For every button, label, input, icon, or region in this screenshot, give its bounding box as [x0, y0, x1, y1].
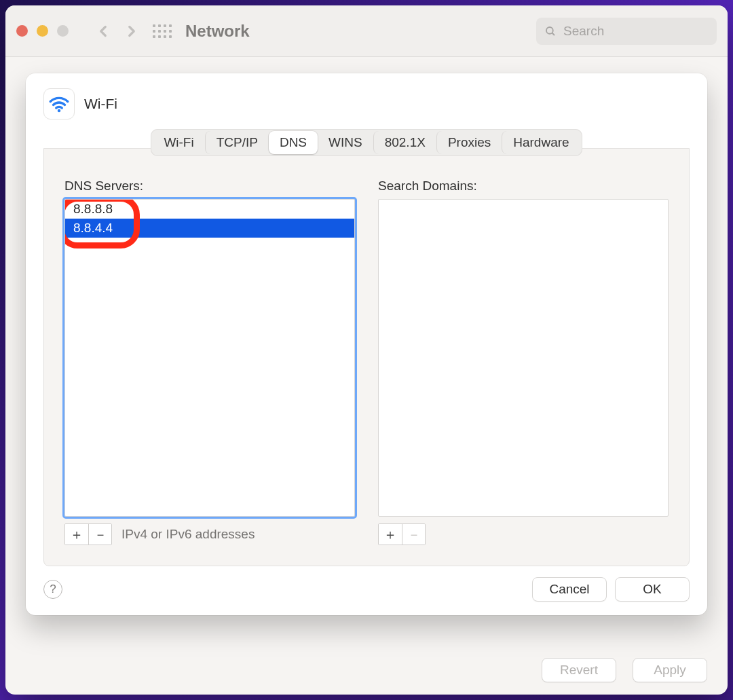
dns-add-button[interactable]: ＋	[65, 524, 88, 545]
dns-servers-label: DNS Servers:	[64, 179, 355, 194]
tab-hardware[interactable]: Hardware	[502, 131, 580, 154]
forward-button[interactable]	[120, 20, 143, 43]
search-domains-pm: ＋ －	[378, 523, 426, 545]
sheet-title: Wi-Fi	[84, 96, 117, 112]
tab-dns[interactable]: DNS	[269, 131, 318, 154]
window-controls	[16, 25, 69, 37]
window-title: Network	[185, 22, 250, 41]
wifi-icon	[43, 88, 75, 119]
sheet-header: Wi-Fi	[26, 73, 707, 129]
dns-servers-column: DNS Servers: 8.8.8.88.8.4.4 ＋ － IPv4 or …	[64, 179, 355, 545]
search-domain-add-button[interactable]: ＋	[379, 524, 402, 545]
search-icon	[544, 25, 557, 37]
zoom-window-button[interactable]	[57, 25, 69, 37]
tab-wins[interactable]: WINS	[318, 131, 373, 154]
dns-servers-pm: ＋ －	[64, 523, 112, 545]
cancel-button[interactable]: Cancel	[532, 577, 607, 602]
close-window-button[interactable]	[16, 25, 28, 37]
minimize-window-button[interactable]	[37, 25, 48, 37]
tab-802-1x[interactable]: 802.1X	[373, 131, 436, 154]
help-button[interactable]: ?	[43, 580, 62, 599]
tab-wi-fi[interactable]: Wi-Fi	[153, 131, 204, 154]
dns-pane: DNS Servers: 8.8.8.88.8.4.4 ＋ － IPv4 or …	[43, 148, 690, 566]
search-domain-remove-button[interactable]: －	[402, 524, 425, 545]
dns-server-row[interactable]: 8.8.8.8	[65, 200, 354, 219]
search-domains-label: Search Domains:	[378, 179, 669, 194]
tab-proxies[interactable]: Proxies	[436, 131, 502, 154]
sheet-footer: ? Cancel OK	[26, 566, 707, 615]
apply-button[interactable]: Apply	[633, 658, 707, 682]
tab-tcp-ip[interactable]: TCP/IP	[205, 131, 269, 154]
tab-bar: Wi-FiTCP/IPDNSWINS802.1XProxiesHardware	[151, 129, 582, 156]
wifi-advanced-sheet: Wi-Fi Wi-FiTCP/IPDNSWINS802.1XProxiesHar…	[26, 73, 707, 615]
search-domains-list[interactable]	[378, 199, 669, 517]
svg-point-0	[546, 27, 553, 34]
revert-button[interactable]: Revert	[542, 658, 616, 682]
dns-hint: IPv4 or IPv6 addresses	[121, 527, 255, 542]
back-button[interactable]	[92, 20, 115, 43]
prefpane-footer: Revert Apply	[533, 658, 707, 682]
search-field[interactable]: Search	[536, 18, 717, 45]
ok-button[interactable]: OK	[615, 577, 690, 602]
dns-remove-button[interactable]: －	[88, 524, 111, 545]
show-all-button[interactable]	[153, 24, 172, 38]
search-domains-column: Search Domains: ＋ －	[378, 179, 669, 545]
dns-servers-list[interactable]: 8.8.8.88.8.4.4	[64, 199, 355, 517]
svg-point-2	[58, 109, 61, 113]
search-placeholder: Search	[563, 24, 604, 39]
dns-server-row[interactable]: 8.8.4.4	[65, 219, 354, 238]
toolbar: Network Search	[5, 5, 728, 57]
svg-line-1	[552, 33, 555, 35]
system-preferences-window: Network Search Wi-Fi Wi-FiTCP/IPDNSWINS8…	[5, 5, 728, 695]
